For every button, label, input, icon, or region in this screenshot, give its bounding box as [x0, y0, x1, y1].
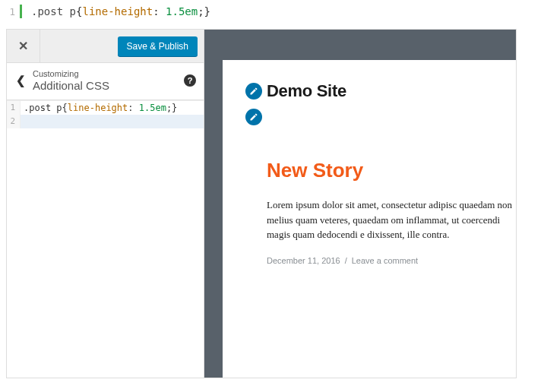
- back-button[interactable]: ❮: [11, 74, 30, 87]
- customizer-sidebar: ✕ Save & Publish ❮ Customizing Additiona…: [7, 30, 204, 378]
- code-value: 1.5em: [166, 5, 198, 17]
- post-title[interactable]: New Story: [267, 159, 516, 182]
- sidebar-title: Additional CSS: [33, 79, 184, 92]
- sidebar-breadcrumb: Customizing: [33, 69, 184, 78]
- preview-pane: Demo Site New Story Lorem ipsum dolor si…: [204, 30, 516, 378]
- code-property: line-height: [82, 5, 153, 17]
- code-active-bar: [20, 5, 22, 18]
- help-icon[interactable]: ?: [184, 74, 196, 87]
- post-meta: December 11, 2016/Leave a comment: [267, 256, 516, 265]
- customizer-window: ✕ Save & Publish ❮ Customizing Additiona…: [6, 29, 517, 378]
- leave-comment-link[interactable]: Leave a comment: [352, 256, 418, 265]
- site-title[interactable]: Demo Site: [267, 81, 346, 101]
- close-button[interactable]: ✕: [7, 30, 40, 63]
- css-editor[interactable]: 1 .post p{line-height: 1.5em;} 2: [7, 100, 204, 378]
- sidebar-header: ❮ Customizing Additional CSS ?: [7, 63, 204, 100]
- preview-content: Demo Site New Story Lorem ipsum dolor si…: [223, 60, 516, 378]
- code-text: .post p{line-height: 1.5em;}: [31, 5, 210, 17]
- code-line-number: 1: [8, 6, 20, 17]
- editor-line-number: 1: [7, 101, 21, 115]
- code-selector: .post p: [31, 5, 76, 17]
- post-date: December 11, 2016: [267, 256, 340, 265]
- code-snippet: 1 .post p{line-height: 1.5em;}: [0, 0, 544, 29]
- save-publish-button[interactable]: Save & Publish: [118, 36, 198, 56]
- post-body: Lorem ipsum dolor sit amet, consectetur …: [267, 198, 516, 242]
- sidebar-toolbar: ✕ Save & Publish: [7, 30, 204, 63]
- edit-icon[interactable]: [245, 83, 262, 100]
- edit-icon[interactable]: [245, 109, 262, 125]
- editor-line-number: 2: [7, 115, 21, 128]
- editor-line-text: .post p{line-height: 1.5em;}: [21, 103, 177, 113]
